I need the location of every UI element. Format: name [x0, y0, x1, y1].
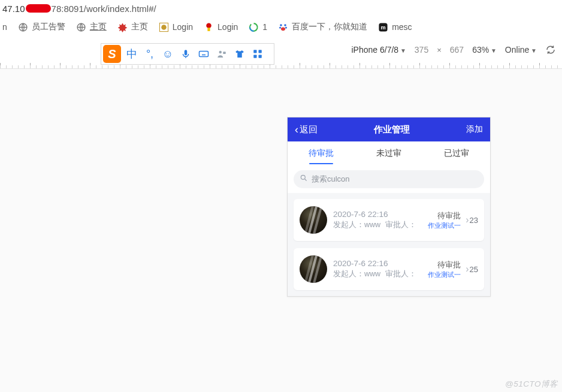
bookmarks-bar: n 员工告警 主页 主页 Login Login 1 百度一下，你就知道 m m…	[0, 17, 562, 37]
app-header: ‹ 返回 作业管理 添加	[288, 117, 490, 141]
count: 23	[470, 216, 478, 225]
bookmark-item[interactable]: Login	[159, 22, 193, 32]
approver: 审批人：	[385, 220, 416, 230]
tab-bar: 待审批 未过审 已过审	[288, 141, 490, 165]
search-placeholder: 搜索culcon	[312, 174, 350, 185]
address-bar[interactable]: 47.10 78:8091/work/index.html#/	[0, 0, 562, 17]
card-content: 2020-7-6 22:16 发起人：www 审批人：	[333, 210, 422, 230]
red-cross-icon	[117, 22, 128, 32]
m-box-icon: m	[378, 22, 388, 32]
svg-point-10	[281, 27, 285, 31]
initiator: 发起人：www	[333, 220, 380, 230]
redacted-segment	[26, 4, 51, 13]
tab-approved[interactable]: 已过审	[422, 141, 490, 165]
tab-pending[interactable]: 待审批	[288, 141, 355, 165]
url-prefix: 47.10	[2, 4, 25, 14]
devtools-device-bar: iPhone 6/7/8 375 × 667 63% Online	[0, 40, 562, 59]
svg-point-4	[206, 23, 211, 28]
card-right: 待审批 作业测试一 › 25	[428, 260, 478, 279]
rotate-icon[interactable]	[545, 44, 556, 55]
search-input[interactable]: 搜索culcon	[294, 170, 484, 188]
more-button[interactable]: › 23	[466, 215, 478, 225]
chevron-left-icon: ‹	[295, 124, 298, 135]
status-label: 待审批	[428, 260, 461, 270]
svg-text:m: m	[381, 25, 386, 31]
ime-tshirt-icon[interactable]	[232, 47, 247, 61]
bookmark-item[interactable]: m mesc	[378, 22, 412, 32]
ime-keyboard-icon[interactable]	[197, 47, 211, 61]
ruler	[0, 59, 562, 69]
search-row: 搜索culcon	[288, 165, 490, 193]
bookmark-item[interactable]: Login	[204, 22, 238, 32]
svg-rect-13	[185, 50, 188, 55]
dimension-separator: ×	[437, 46, 442, 55]
network-select[interactable]: Online	[505, 45, 537, 55]
seal-icon	[159, 22, 169, 32]
search-icon	[300, 174, 308, 185]
ime-grid-icon[interactable]	[250, 47, 265, 61]
card-content: 2020-7-6 22:16 发起人：www 审批人：	[333, 259, 422, 279]
work-list: 2020-7-6 22:16 发起人：www 审批人： 待审批 作业测试一 › …	[288, 193, 490, 296]
ime-lang-icon[interactable]: 中	[125, 47, 139, 61]
work-tag: 作业测试一	[428, 270, 461, 279]
zoom-select[interactable]: 63%	[472, 45, 497, 55]
paw-icon	[278, 22, 288, 32]
svg-rect-19	[253, 55, 256, 58]
bookmark-item[interactable]: n	[2, 22, 7, 32]
svg-rect-17	[253, 50, 256, 53]
list-item[interactable]: 2020-7-6 22:16 发起人：www 审批人： 待审批 作业测试一 › …	[294, 248, 484, 290]
svg-point-7	[284, 24, 286, 26]
globe-icon	[76, 22, 86, 32]
badge-icon	[204, 22, 214, 32]
ime-logo-icon: S	[103, 45, 121, 63]
svg-point-15	[219, 51, 222, 54]
ime-emoji-icon[interactable]: ☺	[161, 47, 175, 61]
card-right: 待审批 作业测试一 › 23	[428, 210, 478, 230]
avatar	[300, 255, 327, 283]
bookmark-item[interactable]: 员工告警	[18, 22, 65, 32]
devtools-canvas: ‹ 返回 作业管理 添加 待审批 未过审 已过审 搜索culcon 2020-7…	[0, 69, 562, 392]
timestamp: 2020-7-6 22:16	[333, 210, 422, 219]
watermark: @51CTO博客	[505, 379, 558, 390]
swirl-icon	[249, 22, 259, 32]
status-label: 待审批	[428, 210, 461, 221]
count: 25	[470, 265, 478, 274]
svg-rect-20	[259, 55, 262, 58]
ime-toolbar[interactable]: S 中 °, ☺	[101, 43, 274, 65]
bookmark-item[interactable]: 主页	[76, 22, 107, 32]
device-height[interactable]: 667	[450, 45, 464, 55]
svg-point-21	[301, 175, 305, 179]
svg-point-9	[285, 26, 287, 28]
back-label: 返回	[300, 124, 318, 135]
ime-voice-icon[interactable]	[179, 47, 193, 61]
ime-user-icon[interactable]	[214, 47, 229, 61]
svg-rect-18	[259, 50, 262, 53]
bookmark-item[interactable]: 1	[249, 22, 267, 32]
tab-rejected[interactable]: 未过审	[355, 141, 423, 165]
svg-rect-14	[200, 52, 209, 57]
ime-punct-icon[interactable]: °,	[143, 47, 157, 61]
bookmark-item[interactable]: 百度一下，你就知道	[278, 22, 367, 32]
svg-rect-16	[223, 52, 226, 54]
svg-point-3	[161, 25, 167, 30]
url-suffix: 78:8091/work/index.html#/	[52, 4, 156, 14]
device-select[interactable]: iPhone 6/7/8	[352, 45, 406, 55]
svg-rect-5	[207, 28, 210, 31]
bookmark-item[interactable]: 主页	[117, 22, 148, 32]
more-button[interactable]: › 25	[466, 264, 478, 275]
device-viewport: ‹ 返回 作业管理 添加 待审批 未过审 已过审 搜索culcon 2020-7…	[287, 117, 491, 297]
timestamp: 2020-7-6 22:16	[333, 259, 422, 268]
back-button[interactable]: ‹ 返回	[295, 124, 318, 135]
initiator: 发起人：www	[333, 269, 380, 279]
work-tag: 作业测试一	[428, 221, 461, 230]
list-item[interactable]: 2020-7-6 22:16 发起人：www 审批人： 待审批 作业测试一 › …	[294, 199, 484, 241]
chevron-right-icon: ›	[466, 264, 469, 275]
avatar	[300, 206, 327, 234]
globe-icon	[18, 22, 28, 32]
add-button[interactable]: 添加	[466, 124, 483, 135]
chevron-right-icon: ›	[466, 215, 469, 225]
approver: 审批人：	[385, 269, 416, 279]
svg-point-6	[280, 24, 282, 26]
page-title: 作业管理	[374, 124, 410, 135]
device-width[interactable]: 375	[415, 45, 428, 55]
